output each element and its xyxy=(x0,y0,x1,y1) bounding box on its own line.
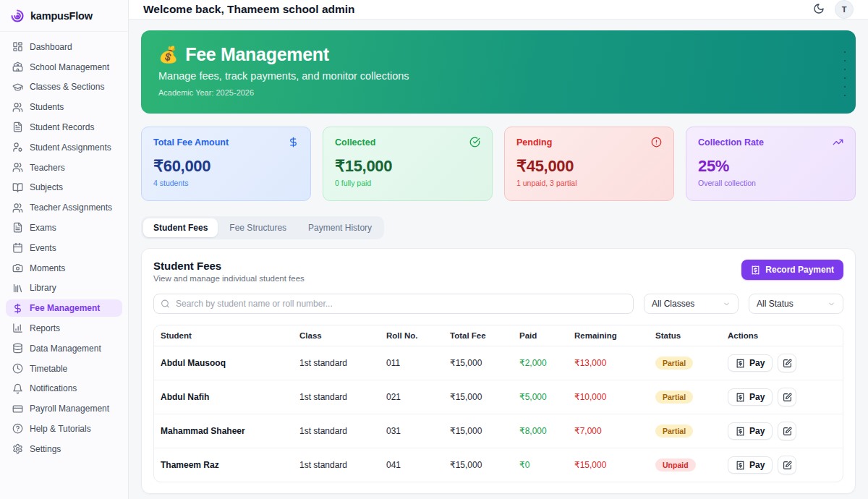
table-header-row: StudentClassRoll No.Total FeePaidRemaini… xyxy=(154,325,843,346)
search-input[interactable] xyxy=(153,294,634,314)
sidebar-item-label: School Management xyxy=(30,62,109,72)
receipt-icon xyxy=(751,265,760,275)
pay-button[interactable]: Pay xyxy=(728,388,773,406)
theme-toggle-button[interactable] xyxy=(813,3,825,17)
user-cog-icon xyxy=(12,142,23,153)
column-header-remaining: Remaining xyxy=(570,325,651,346)
cell-roll: 011 xyxy=(382,346,446,380)
edit-icon xyxy=(783,461,792,470)
banner-dots-decoration xyxy=(843,48,846,99)
banner-academic-year: Academic Year: 2025-2026 xyxy=(158,88,838,97)
sidebar-item-teachers[interactable]: Teachers xyxy=(6,159,122,176)
alert-circle-icon xyxy=(651,137,662,148)
app-name: kampusFlow xyxy=(30,10,93,22)
pay-button[interactable]: Pay xyxy=(728,456,773,474)
sidebar-item-label: Teacher Assignments xyxy=(30,202,112,213)
check-circle-icon xyxy=(469,137,480,148)
pay-button-label: Pay xyxy=(749,426,765,436)
tab-bar: Student FeesFee StructuresPayment Histor… xyxy=(141,216,384,239)
sidebar-item-moments[interactable]: Moments xyxy=(6,260,122,277)
calendar-icon xyxy=(12,242,23,253)
stat-card-pending: Pending₹45,0001 unpaid, 3 partial xyxy=(504,127,674,201)
sidebar-item-data-management[interactable]: Data Management xyxy=(6,340,122,357)
cell-actions: Pay xyxy=(723,346,843,380)
sidebar-item-subjects[interactable]: Subjects xyxy=(6,179,122,197)
sidebar-item-classes-sections[interactable]: Classes & Sections xyxy=(6,79,122,96)
cell-paid: ₹0 xyxy=(515,448,570,482)
sidebar-item-students[interactable]: Students xyxy=(6,98,122,116)
sidebar-item-label: Student Assignments xyxy=(30,142,111,153)
cell-roll: 041 xyxy=(382,448,446,482)
cell-total-fee: ₹15,000 xyxy=(446,448,515,482)
column-header-student: Student xyxy=(154,325,295,346)
student-fees-table: StudentClassRoll No.Total FeePaidRemaini… xyxy=(153,325,843,482)
sidebar-item-fee-management[interactable]: Fee Management xyxy=(6,299,122,317)
pay-button[interactable]: Pay xyxy=(728,354,773,372)
sidebar-item-timetable[interactable]: Timetable xyxy=(6,360,122,378)
sidebar-item-label: Notifications xyxy=(30,383,77,393)
sidebar-item-library[interactable]: Library xyxy=(6,280,122,297)
school-icon xyxy=(12,61,23,72)
help-circle-icon xyxy=(12,423,23,434)
dollar-icon xyxy=(12,303,23,314)
pay-button-label: Pay xyxy=(749,392,765,402)
sidebar-item-school-management[interactable]: School Management xyxy=(6,59,122,76)
status-filter-select[interactable]: All Status xyxy=(749,294,843,314)
main-area: Welcome back, Thameem school admin T 💰 F… xyxy=(129,0,868,499)
tab-student-fees[interactable]: Student Fees xyxy=(143,218,218,237)
database-icon xyxy=(12,343,23,354)
sidebar-item-student-records[interactable]: Student Records xyxy=(6,119,122,136)
sidebar-item-help-tutorials[interactable]: Help & Tutorials xyxy=(6,420,122,438)
tab-payment-history[interactable]: Payment History xyxy=(298,218,382,237)
book-open-icon xyxy=(12,182,23,193)
cell-status: Partial xyxy=(651,380,723,414)
column-header-class: Class xyxy=(295,325,382,346)
panel-subtitle: View and manage individual student fees xyxy=(153,274,305,283)
sidebar-item-student-assignments[interactable]: Student Assignments xyxy=(6,139,122,156)
pay-button[interactable]: Pay xyxy=(728,422,773,440)
search-box xyxy=(153,294,634,314)
sidebar-item-settings[interactable]: Settings xyxy=(6,440,122,458)
stat-value: ₹45,000 xyxy=(516,157,662,176)
tab-fee-structures[interactable]: Fee Structures xyxy=(219,218,297,237)
stat-label: Collection Rate xyxy=(698,137,764,148)
cell-class: 1st standard xyxy=(295,448,382,482)
column-header-paid: Paid xyxy=(515,325,570,346)
edit-icon xyxy=(783,393,792,402)
edit-button[interactable] xyxy=(778,354,796,372)
table-row: Abdul Nafih1st standard021₹15,000₹5,000₹… xyxy=(154,380,843,414)
sidebar-item-exams[interactable]: Exams xyxy=(6,219,122,236)
stat-label: Total Fee Amount xyxy=(153,137,229,148)
app-logo[interactable]: kampusFlow xyxy=(0,0,128,32)
edit-button[interactable] xyxy=(778,456,796,474)
sidebar-item-events[interactable]: Events xyxy=(6,239,122,257)
status-badge: Unpaid xyxy=(655,459,696,472)
cell-class: 1st standard xyxy=(295,380,382,414)
sidebar-item-label: Subjects xyxy=(30,182,63,192)
sidebar-item-notifications[interactable]: Notifications xyxy=(6,380,122,398)
sidebar-item-reports[interactable]: Reports xyxy=(6,320,122,337)
sidebar-item-teacher-assignments[interactable]: Teacher Assignments xyxy=(6,199,122,216)
cell-roll: 021 xyxy=(382,380,446,414)
table-row: Mahammad Shaheer1st standard031₹15,000₹8… xyxy=(154,414,843,448)
edit-button[interactable] xyxy=(778,388,796,406)
record-payment-button[interactable]: Record Payment xyxy=(741,260,843,280)
cell-remaining: ₹15,000 xyxy=(570,448,651,482)
bell-icon xyxy=(12,383,23,394)
table-row: Thameem Raz1st standard041₹15,000₹0₹15,0… xyxy=(154,448,843,482)
pay-button-label: Pay xyxy=(749,460,765,470)
cell-remaining: ₹13,000 xyxy=(570,346,651,380)
sidebar-item-dashboard[interactable]: Dashboard xyxy=(6,38,122,56)
receipt-icon xyxy=(736,393,745,402)
cell-actions: Pay xyxy=(723,448,843,482)
topbar-actions: T xyxy=(813,0,854,19)
class-filter-select[interactable]: All Classes xyxy=(644,294,739,314)
cell-remaining: ₹10,000 xyxy=(570,380,651,414)
sidebar-item-payroll-management[interactable]: Payroll Management xyxy=(6,400,122,417)
edit-button[interactable] xyxy=(778,422,796,440)
avatar[interactable]: T xyxy=(835,0,854,19)
banner-title: 💰 Fee Management xyxy=(158,44,838,65)
clock-icon xyxy=(12,363,23,374)
sidebar-item-label: Teachers xyxy=(30,163,65,173)
table-row: Abdul Mausooq1st standard011₹15,000₹2,00… xyxy=(154,346,843,380)
